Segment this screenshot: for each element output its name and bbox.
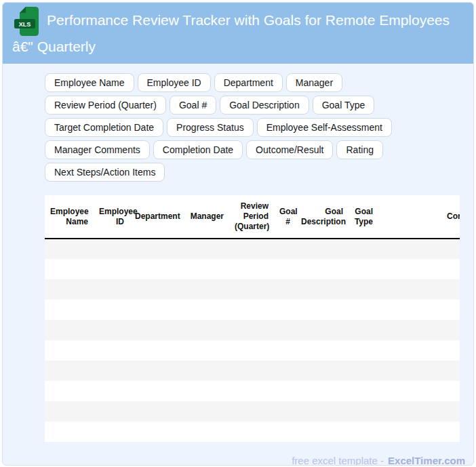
col-header-department: Department <box>130 195 184 239</box>
column-chip-employee-id[interactable]: Employee ID <box>138 73 211 92</box>
column-chip-employee-self-assessment[interactable]: Employee Self-Assessment <box>257 118 392 137</box>
column-chip-target-completion-date[interactable]: Target Completion Date <box>45 118 163 137</box>
column-chip-goal-number[interactable]: Goal # <box>170 96 216 115</box>
table-row <box>45 340 460 361</box>
page-title-line2: â€" Quarterly <box>12 39 96 54</box>
column-chip-review-period[interactable]: Review Period (Quarter) <box>45 96 166 115</box>
column-chip-goal-description[interactable]: Goal Description <box>220 96 309 115</box>
table-row <box>45 279 460 300</box>
column-chip-list: Employee Name Employee ID Department Man… <box>45 73 464 182</box>
preview-table-container: Employee Name Employee ID Department Man… <box>45 195 460 442</box>
table-row <box>45 320 460 340</box>
col-header-goal-description: Goal Description <box>296 195 349 239</box>
col-header-target-completion-date: Target Completion Date <box>378 195 460 239</box>
footer-brand-link[interactable]: ExcelTimer.com <box>388 455 465 466</box>
preview-table: Employee Name Employee ID Department Man… <box>45 195 460 442</box>
column-chip-outcome-result[interactable]: Outcome/Result <box>246 140 333 159</box>
table-row <box>45 300 460 320</box>
column-chip-progress-status[interactable]: Progress Status <box>167 118 254 137</box>
table-row <box>45 239 460 259</box>
col-header-manager: Manager <box>184 195 229 239</box>
column-chip-goal-type[interactable]: Goal Type <box>313 96 375 115</box>
column-chip-department[interactable]: Department <box>214 73 283 92</box>
column-chip-manager[interactable]: Manager <box>286 73 342 92</box>
column-chip-next-steps[interactable]: Next Steps/Action Items <box>45 163 165 182</box>
col-header-review-period: Review Period (Quarter) <box>229 195 274 239</box>
footer: free excel template -ExcelTimer.com <box>3 455 465 466</box>
column-chip-completion-date[interactable]: Completion Date <box>153 140 243 159</box>
table-row <box>45 401 460 422</box>
header-bar: XLS Performance Review Tracker with Goal… <box>3 3 473 64</box>
footer-text: free excel template - <box>292 455 384 466</box>
col-header-employee-id: Employee ID <box>94 195 130 239</box>
column-chip-manager-comments[interactable]: Manager Comments <box>45 140 150 159</box>
col-header-goal-number: Goal # <box>274 195 296 239</box>
table-row <box>45 381 460 401</box>
table-row <box>45 361 460 381</box>
column-chip-employee-name[interactable]: Employee Name <box>45 73 134 92</box>
col-header-goal-type: Goal Type <box>349 195 378 239</box>
page-title-line1: Performance Review Tracker with Goals fo… <box>47 12 450 28</box>
table-row <box>45 259 460 279</box>
template-card: XLS Performance Review Tracker with Goal… <box>2 2 474 466</box>
table-row <box>45 422 460 442</box>
xls-file-icon: XLS <box>12 6 39 36</box>
table-header-row: Employee Name Employee ID Department Man… <box>45 195 460 239</box>
col-header-employee-name: Employee Name <box>45 195 94 239</box>
column-chip-rating[interactable]: Rating <box>336 140 382 159</box>
page: XLS Performance Review Tracker with Goal… <box>0 0 476 467</box>
xls-icon-label: XLS <box>19 21 31 28</box>
